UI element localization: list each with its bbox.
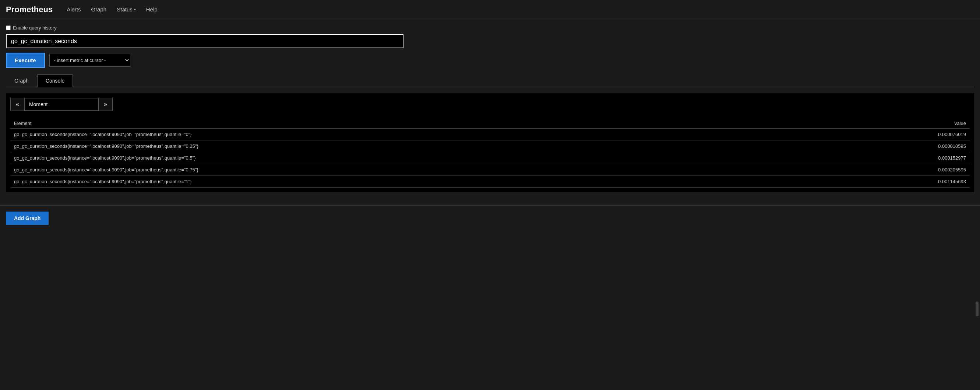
- table-row: go_gc_duration_seconds{instance="localho…: [10, 129, 970, 141]
- element-cell: go_gc_duration_seconds{instance="localho…: [10, 164, 821, 176]
- query-history-row: Enable query history: [6, 25, 974, 30]
- next-button[interactable]: »: [98, 98, 113, 111]
- value-cell: 0.001145693: [821, 176, 970, 188]
- query-input[interactable]: [6, 34, 404, 48]
- tabs-row: Graph Console: [6, 75, 974, 87]
- element-cell: go_gc_duration_seconds{instance="localho…: [10, 176, 821, 188]
- value-cell: 0.000205595: [821, 164, 970, 176]
- console-panel: « » Element Value go_gc_duration_seconds…: [6, 93, 974, 192]
- prev-button[interactable]: «: [10, 98, 25, 111]
- value-cell: 0.000010595: [821, 141, 970, 152]
- table-row: go_gc_duration_seconds{instance="localho…: [10, 164, 970, 176]
- nav-buttons-row: « »: [10, 98, 970, 111]
- controls-row: Execute - insert metric at cursor -: [6, 53, 974, 68]
- metric-select[interactable]: - insert metric at cursor -: [49, 54, 130, 67]
- value-cell: 0.000076019: [821, 129, 970, 141]
- scrollbar-hint[interactable]: [975, 302, 978, 316]
- execute-button[interactable]: Execute: [6, 53, 45, 68]
- status-dropdown-arrow: ▾: [134, 7, 136, 11]
- query-input-row: [6, 34, 974, 48]
- nav-item-help[interactable]: Help: [141, 0, 163, 18]
- nav-item-alerts[interactable]: Alerts: [62, 0, 86, 18]
- table-row: go_gc_duration_seconds{instance="localho…: [10, 141, 970, 152]
- query-history-label[interactable]: Enable query history: [13, 25, 57, 30]
- nav-item-graph[interactable]: Graph: [86, 0, 112, 18]
- moment-input[interactable]: [25, 98, 98, 110]
- add-graph-button[interactable]: Add Graph: [6, 212, 49, 225]
- query-history-checkbox[interactable]: [6, 26, 11, 30]
- tab-console[interactable]: Console: [37, 75, 73, 87]
- element-cell: go_gc_duration_seconds{instance="localho…: [10, 129, 821, 141]
- main-content: Enable query history Execute - insert me…: [0, 19, 980, 198]
- value-cell: 0.000152977: [821, 152, 970, 164]
- results-table: Element Value go_gc_duration_seconds{ins…: [10, 118, 970, 188]
- table-header-row: Element Value: [10, 118, 970, 129]
- table-row: go_gc_duration_seconds{instance="localho…: [10, 176, 970, 188]
- element-cell: go_gc_duration_seconds{instance="localho…: [10, 141, 821, 152]
- nav-item-status[interactable]: Status ▾: [111, 0, 141, 18]
- results-tbody: go_gc_duration_seconds{instance="localho…: [10, 129, 970, 188]
- brand-title: Prometheus: [6, 5, 52, 14]
- col-element: Element: [10, 118, 821, 129]
- element-cell: go_gc_duration_seconds{instance="localho…: [10, 152, 821, 164]
- tab-graph[interactable]: Graph: [6, 75, 37, 86]
- table-row: go_gc_duration_seconds{instance="localho…: [10, 152, 970, 164]
- navbar: Prometheus Alerts Graph Status ▾ Help: [0, 0, 980, 19]
- col-value: Value: [821, 118, 970, 129]
- add-graph-area: Add Graph: [0, 205, 980, 231]
